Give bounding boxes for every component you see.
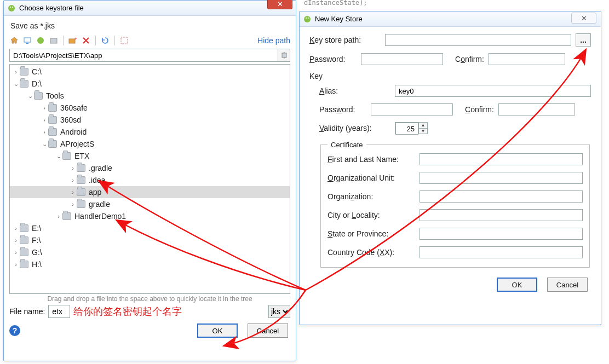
ok-button[interactable]: OK: [197, 323, 238, 338]
key-group-label: Key: [309, 72, 591, 80]
tree-node[interactable]: ›360sd: [10, 114, 290, 126]
folder-icon: [48, 104, 57, 112]
choose-keystore-dialog: ✕ Choose keystore file Save as *.jks + H…: [3, 0, 296, 361]
toolbar: + Hide path: [4, 36, 296, 48]
city-input[interactable]: [420, 209, 583, 221]
folder-icon: [48, 116, 57, 124]
certificate-legend: Certificate: [328, 141, 366, 149]
file-type-select[interactable]: jks: [268, 305, 290, 318]
tree-node-tools[interactable]: ⌄Tools: [10, 90, 290, 102]
validity-input[interactable]: [395, 123, 418, 135]
dialog-titlebar[interactable]: Choose keystore file: [4, 1, 296, 16]
folder-icon: [20, 224, 28, 232]
org-unit-label: Organizational Unit:: [328, 174, 415, 182]
svg-text:+: +: [74, 36, 77, 42]
dialog-titlebar[interactable]: New Key Store: [300, 11, 601, 27]
tree-node[interactable]: ›.gradle: [10, 162, 290, 174]
cancel-button[interactable]: Cancel: [547, 278, 588, 292]
validity-spinbox[interactable]: ▲▼: [395, 122, 428, 134]
tree-node[interactable]: ›Android: [10, 126, 290, 138]
confirm-input[interactable]: [489, 53, 565, 65]
new-folder-icon[interactable]: +: [68, 36, 78, 45]
close-icon: ✕: [581, 14, 587, 22]
desktop-icon[interactable]: [22, 36, 32, 45]
key-confirm-label: Confirm:: [465, 105, 494, 114]
folder-icon: [48, 140, 57, 148]
help-icon[interactable]: ?: [9, 325, 20, 336]
folder-icon: [20, 68, 28, 76]
tree-node-c-drive[interactable]: ›C:\: [10, 66, 290, 78]
folder-icon: [20, 236, 28, 244]
svg-point-0: [8, 5, 15, 11]
path-input[interactable]: [9, 49, 278, 62]
folder-icon: [77, 188, 85, 196]
folder-tree[interactable]: ›C:\ ⌄D:\ ⌄Tools ›360safe ›360sd ›Androi…: [9, 64, 290, 294]
tree-node-h-drive[interactable]: ›H:\: [10, 258, 290, 270]
tree-node-d-drive[interactable]: ⌄D:\: [10, 78, 290, 90]
app-icon: [7, 4, 16, 13]
svg-point-1: [10, 7, 11, 8]
tree-node-etx[interactable]: ⌄ETX: [10, 150, 290, 162]
background-code-fragment: dInstanceState);: [304, 0, 367, 7]
alias-label: Alias:: [319, 86, 390, 95]
file-name-label: File name:: [9, 307, 45, 316]
tree-node-aprojects[interactable]: ⌄AProjectS: [10, 138, 290, 150]
close-button[interactable]: ✕: [571, 13, 596, 24]
svg-point-11: [304, 16, 311, 22]
keystore-path-input[interactable]: [385, 34, 571, 46]
folder-icon: [20, 80, 28, 88]
browse-button[interactable]: ...: [576, 33, 591, 47]
org-input[interactable]: [420, 190, 583, 203]
close-button[interactable]: ✕: [267, 0, 292, 9]
refresh-icon[interactable]: [100, 36, 110, 45]
dialog-title: Choose keystore file: [19, 4, 84, 12]
tree-node[interactable]: ›.idea: [10, 174, 290, 186]
org-unit-input[interactable]: [420, 172, 583, 184]
key-password-input[interactable]: [371, 103, 453, 115]
first-last-input[interactable]: [420, 153, 583, 165]
org-label: Organization:: [328, 192, 415, 201]
new-key-store-dialog: ✕ New Key Store Key store path: ... Pass…: [299, 11, 601, 325]
folder-icon: [48, 128, 57, 136]
tree-node[interactable]: ›360safe: [10, 102, 290, 114]
tree-node-f-drive[interactable]: ›F:\: [10, 234, 290, 246]
close-icon: ✕: [277, 0, 283, 8]
key-confirm-input[interactable]: [498, 103, 575, 115]
country-code-input[interactable]: [420, 246, 583, 258]
hide-path-link[interactable]: Hide path: [257, 36, 290, 45]
folder-icon: [62, 152, 71, 160]
folder-icon: [34, 92, 43, 100]
tree-node-g-drive[interactable]: ›G:\: [10, 246, 290, 258]
password-label: Password:: [309, 55, 357, 63]
spin-down-icon[interactable]: ▼: [419, 129, 427, 134]
certificate-fieldset: Certificate First and Last Name: Organiz…: [320, 141, 590, 268]
project-icon[interactable]: [36, 36, 45, 45]
ok-button[interactable]: OK: [497, 278, 537, 292]
ellipsis-icon: ...: [580, 36, 587, 44]
file-name-input[interactable]: [48, 305, 70, 318]
save-as-label: Save as *.jks: [4, 16, 296, 36]
tree-node-app-selected[interactable]: ›app: [10, 186, 290, 198]
alias-input[interactable]: [395, 85, 591, 97]
folder-icon: [77, 200, 85, 208]
spin-up-icon[interactable]: ▲: [419, 123, 427, 129]
tree-node[interactable]: ›gradle: [10, 198, 290, 210]
svg-point-5: [37, 37, 44, 44]
keystore-path-label: Key store path:: [309, 36, 381, 44]
validity-label: Validity (years):: [319, 124, 390, 132]
show-hidden-icon[interactable]: [119, 36, 129, 45]
path-history-button[interactable]: [278, 49, 290, 62]
delete-icon[interactable]: [81, 36, 91, 45]
module-icon[interactable]: [49, 36, 59, 45]
tree-node[interactable]: ›HandlerDemo1: [10, 210, 290, 222]
annotation-text: 给你的签名密钥起个名字: [73, 305, 265, 318]
password-input[interactable]: [361, 53, 443, 65]
folder-icon: [77, 164, 85, 172]
home-icon[interactable]: [9, 36, 19, 45]
state-label: State or Province:: [328, 229, 415, 238]
svg-rect-9: [121, 37, 128, 44]
app-icon: [303, 15, 312, 24]
tree-node-e-drive[interactable]: ›E:\: [10, 222, 290, 234]
state-input[interactable]: [420, 228, 583, 240]
cancel-button[interactable]: Cancel: [248, 323, 288, 338]
